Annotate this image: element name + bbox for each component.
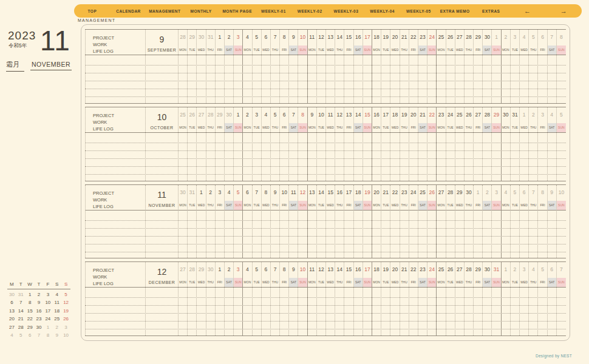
day-number[interactable]: 19 bbox=[381, 262, 390, 278]
day-number[interactable]: 14 bbox=[354, 107, 363, 123]
nav-arrow-right[interactable]: → bbox=[545, 7, 582, 15]
mini-calendar-day[interactable]: 5 bbox=[61, 291, 70, 299]
day-number[interactable]: 29 bbox=[492, 107, 500, 123]
day-number[interactable]: 2 bbox=[511, 262, 519, 278]
mini-calendar-day[interactable]: 17 bbox=[43, 307, 52, 315]
day-number[interactable]: 28 bbox=[188, 262, 196, 278]
day-number[interactable]: 16 bbox=[335, 185, 344, 201]
day-number[interactable]: 2 bbox=[225, 30, 233, 46]
day-number[interactable]: 28 bbox=[179, 30, 187, 46]
day-number[interactable]: 8 bbox=[298, 107, 307, 123]
day-number[interactable]: 30 bbox=[179, 185, 187, 201]
day-number[interactable]: 14 bbox=[335, 30, 344, 46]
day-number[interactable]: 11 bbox=[326, 107, 335, 123]
mini-calendar-day[interactable]: 21 bbox=[16, 315, 26, 323]
mini-calendar-day[interactable]: 27 bbox=[7, 323, 16, 332]
day-number[interactable]: 1 bbox=[197, 185, 205, 201]
day-number[interactable]: 1 bbox=[216, 262, 224, 278]
day-number[interactable]: 2 bbox=[225, 262, 233, 278]
day-number[interactable]: 20 bbox=[390, 262, 399, 278]
day-number[interactable]: 11 bbox=[308, 30, 316, 46]
day-number[interactable]: 10 bbox=[280, 185, 288, 201]
mini-calendar-day[interactable]: 15 bbox=[26, 307, 35, 315]
nav-tab-weekly-03[interactable]: WEEKLY-03 bbox=[328, 9, 364, 13]
mini-calendar-day[interactable]: 7 bbox=[35, 331, 44, 340]
day-number[interactable]: 8 bbox=[280, 262, 288, 278]
month-title-october[interactable]: 10OCTOBER bbox=[146, 107, 179, 181]
day-number[interactable]: 23 bbox=[418, 262, 427, 278]
mini-calendar-day[interactable]: 28 bbox=[16, 323, 26, 332]
day-number[interactable]: 16 bbox=[354, 30, 363, 46]
day-number[interactable]: 2 bbox=[502, 30, 510, 46]
mini-calendar-day[interactable]: 10 bbox=[43, 298, 52, 307]
day-number[interactable]: 31 bbox=[206, 30, 215, 46]
day-number[interactable]: 2 bbox=[206, 185, 215, 201]
nav-tab-monthly[interactable]: MONTHLY bbox=[183, 9, 219, 13]
day-number[interactable]: 24 bbox=[427, 262, 436, 278]
nav-tab-weekly-02[interactable]: WEEKLY-02 bbox=[291, 9, 328, 13]
day-number[interactable]: 5 bbox=[529, 30, 537, 46]
day-number[interactable]: 14 bbox=[317, 185, 325, 201]
mini-calendar-day[interactable]: 2 bbox=[52, 323, 61, 332]
day-number[interactable]: 1 bbox=[474, 185, 482, 201]
day-number[interactable]: 3 bbox=[234, 30, 242, 46]
day-number[interactable]: 12 bbox=[298, 185, 307, 201]
day-number[interactable]: 7 bbox=[529, 185, 537, 201]
day-number[interactable]: 30 bbox=[225, 107, 233, 123]
day-number[interactable]: 17 bbox=[344, 185, 353, 201]
day-number[interactable]: 3 bbox=[234, 262, 242, 278]
day-number[interactable]: 3 bbox=[538, 107, 546, 123]
day-number[interactable]: 28 bbox=[206, 107, 215, 123]
day-number[interactable]: 10 bbox=[317, 107, 325, 123]
mini-calendar-day[interactable]: 19 bbox=[61, 307, 70, 315]
day-number[interactable]: 4 bbox=[225, 185, 233, 201]
day-number[interactable]: 28 bbox=[465, 262, 473, 278]
day-number[interactable]: 11 bbox=[308, 262, 316, 278]
day-number[interactable]: 28 bbox=[465, 30, 473, 46]
day-number[interactable]: 5 bbox=[557, 107, 566, 123]
mini-calendar-day[interactable]: 3 bbox=[43, 291, 52, 299]
day-number[interactable]: 5 bbox=[538, 262, 546, 278]
day-number[interactable]: 18 bbox=[372, 262, 381, 278]
day-number[interactable]: 13 bbox=[308, 185, 316, 201]
day-number[interactable]: 5 bbox=[253, 30, 261, 46]
day-number[interactable]: 7 bbox=[253, 185, 261, 201]
day-number[interactable]: 21 bbox=[400, 30, 409, 46]
day-number[interactable]: 13 bbox=[326, 262, 335, 278]
day-number[interactable]: 15 bbox=[344, 262, 353, 278]
day-number[interactable]: 6 bbox=[538, 30, 546, 46]
day-number[interactable]: 17 bbox=[363, 30, 372, 46]
month-title-september[interactable]: 9SEPTEMBER bbox=[146, 30, 179, 103]
nav-tab-management[interactable]: MANAGEMENT bbox=[146, 9, 183, 13]
day-number[interactable]: 2 bbox=[483, 185, 491, 201]
nav-tab-weekly-04[interactable]: WEEKLY-04 bbox=[364, 9, 401, 13]
day-number[interactable]: 23 bbox=[418, 30, 427, 46]
day-number[interactable]: 7 bbox=[289, 107, 298, 123]
day-number[interactable]: 30 bbox=[483, 30, 491, 46]
day-number[interactable]: 10 bbox=[298, 262, 307, 278]
day-number[interactable]: 20 bbox=[409, 107, 418, 123]
day-number[interactable]: 30 bbox=[206, 262, 215, 278]
day-number[interactable]: 3 bbox=[253, 107, 261, 123]
day-number[interactable]: 9 bbox=[289, 262, 298, 278]
nav-tab-top[interactable]: TOP bbox=[74, 9, 111, 13]
day-number[interactable]: 4 bbox=[529, 262, 537, 278]
day-number[interactable]: 28 bbox=[446, 185, 455, 201]
mini-calendar-day[interactable]: 26 bbox=[61, 315, 70, 323]
nav-tab-calendar[interactable]: CALENDAR bbox=[111, 9, 147, 13]
day-number[interactable]: 12 bbox=[317, 30, 325, 46]
mini-calendar-day[interactable]: 3 bbox=[61, 323, 70, 332]
day-number[interactable]: 27 bbox=[197, 107, 205, 123]
day-number[interactable]: 24 bbox=[446, 107, 455, 123]
day-number[interactable]: 13 bbox=[326, 30, 335, 46]
mini-calendar-day[interactable]: 30 bbox=[7, 291, 16, 299]
day-number[interactable]: 8 bbox=[538, 185, 546, 201]
day-number[interactable]: 17 bbox=[381, 107, 390, 123]
mini-calendar-day[interactable]: 14 bbox=[16, 307, 26, 315]
mini-calendar-day[interactable]: 9 bbox=[35, 298, 44, 307]
day-number[interactable]: 16 bbox=[372, 107, 381, 123]
day-number[interactable]: 26 bbox=[465, 107, 473, 123]
day-number[interactable]: 4 bbox=[262, 107, 270, 123]
day-number[interactable]: 1 bbox=[492, 30, 500, 46]
day-number[interactable]: 2 bbox=[529, 107, 537, 123]
